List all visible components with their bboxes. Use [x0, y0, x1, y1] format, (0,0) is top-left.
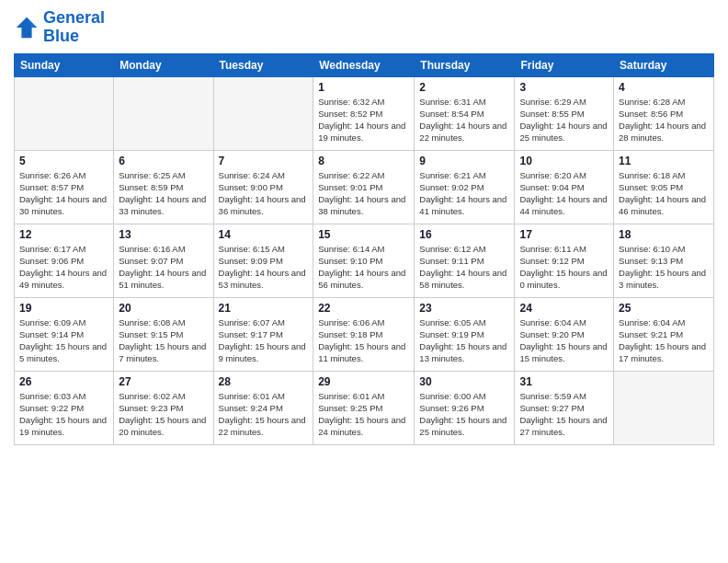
- day-number: 1: [318, 81, 409, 94]
- day-number: 5: [19, 155, 108, 167]
- day-info: Sunrise: 6:15 AM Sunset: 9:09 PM Dayligh…: [219, 243, 309, 292]
- day-info: Sunrise: 6:04 AM Sunset: 9:20 PM Dayligh…: [519, 316, 609, 365]
- weekday-header: Monday: [114, 53, 213, 76]
- day-number: 3: [519, 81, 609, 94]
- calendar-day-cell: 8Sunrise: 6:22 AM Sunset: 9:01 PM Daylig…: [313, 150, 415, 224]
- calendar-day-cell: 3Sunrise: 6:29 AM Sunset: 8:55 PM Daylig…: [515, 76, 614, 150]
- day-info: Sunrise: 6:03 AM Sunset: 9:22 PM Dayligh…: [19, 390, 108, 439]
- calendar-day-cell: 28Sunrise: 6:01 AM Sunset: 9:24 PM Dayli…: [213, 371, 313, 444]
- day-number: 22: [318, 302, 409, 315]
- day-info: Sunrise: 6:10 AM Sunset: 9:13 PM Dayligh…: [619, 243, 709, 292]
- calendar-day-cell: 29Sunrise: 6:01 AM Sunset: 9:25 PM Dayli…: [313, 371, 415, 444]
- calendar-day-cell: 9Sunrise: 6:21 AM Sunset: 9:02 PM Daylig…: [415, 150, 515, 224]
- calendar-week-row: 19Sunrise: 6:09 AM Sunset: 9:14 PM Dayli…: [15, 297, 714, 371]
- day-number: 23: [419, 302, 509, 315]
- logo-text: General Blue: [43, 9, 105, 46]
- calendar-day-cell: [15, 76, 114, 150]
- calendar-day-cell: 26Sunrise: 6:03 AM Sunset: 9:22 PM Dayli…: [15, 371, 114, 444]
- day-number: 24: [519, 302, 609, 315]
- calendar-day-cell: [213, 76, 313, 150]
- day-info: Sunrise: 6:01 AM Sunset: 9:25 PM Dayligh…: [318, 390, 409, 439]
- day-info: Sunrise: 6:28 AM Sunset: 8:56 PM Dayligh…: [619, 96, 709, 144]
- calendar-day-cell: 20Sunrise: 6:08 AM Sunset: 9:15 PM Dayli…: [114, 297, 213, 371]
- calendar-day-cell: 4Sunrise: 6:28 AM Sunset: 8:56 PM Daylig…: [614, 76, 714, 150]
- day-number: 27: [119, 375, 208, 388]
- day-number: 9: [419, 155, 509, 167]
- calendar-day-cell: 6Sunrise: 6:25 AM Sunset: 8:59 PM Daylig…: [114, 150, 213, 224]
- day-number: 26: [19, 375, 108, 388]
- day-info: Sunrise: 6:31 AM Sunset: 8:54 PM Dayligh…: [419, 96, 509, 144]
- day-info: Sunrise: 6:11 AM Sunset: 9:12 PM Dayligh…: [519, 243, 609, 292]
- calendar-week-row: 1Sunrise: 6:32 AM Sunset: 8:52 PM Daylig…: [15, 76, 714, 150]
- calendar-day-cell: 14Sunrise: 6:15 AM Sunset: 9:09 PM Dayli…: [213, 224, 313, 297]
- calendar-day-cell: 25Sunrise: 6:04 AM Sunset: 9:21 PM Dayli…: [614, 297, 714, 371]
- weekday-header: Wednesday: [313, 53, 415, 76]
- day-number: 19: [19, 302, 108, 315]
- weekday-header: Sunday: [15, 53, 114, 76]
- day-number: 20: [119, 302, 208, 315]
- day-number: 29: [318, 375, 409, 388]
- weekday-header: Friday: [515, 53, 614, 76]
- calendar-day-cell: 1Sunrise: 6:32 AM Sunset: 8:52 PM Daylig…: [313, 76, 415, 150]
- calendar-table: SundayMondayTuesdayWednesdayThursdayFrid…: [14, 53, 714, 445]
- day-number: 11: [619, 155, 709, 167]
- day-info: Sunrise: 6:20 AM Sunset: 9:04 PM Dayligh…: [519, 169, 609, 218]
- calendar-day-cell: 31Sunrise: 5:59 AM Sunset: 9:27 PM Dayli…: [515, 371, 614, 444]
- day-number: 7: [219, 155, 309, 167]
- calendar-day-cell: 22Sunrise: 6:06 AM Sunset: 9:18 PM Dayli…: [313, 297, 415, 371]
- day-number: 8: [318, 155, 409, 167]
- day-number: 31: [519, 375, 609, 388]
- day-number: 17: [519, 228, 609, 241]
- calendar-day-cell: 16Sunrise: 6:12 AM Sunset: 9:11 PM Dayli…: [415, 224, 515, 297]
- day-info: Sunrise: 6:06 AM Sunset: 9:18 PM Dayligh…: [318, 316, 409, 365]
- day-info: Sunrise: 6:00 AM Sunset: 9:26 PM Dayligh…: [419, 390, 509, 439]
- day-info: Sunrise: 6:17 AM Sunset: 9:06 PM Dayligh…: [19, 243, 108, 292]
- day-number: 6: [119, 155, 208, 167]
- calendar-day-cell: 27Sunrise: 6:02 AM Sunset: 9:23 PM Dayli…: [114, 371, 213, 444]
- day-info: Sunrise: 6:32 AM Sunset: 8:52 PM Dayligh…: [318, 96, 409, 144]
- day-info: Sunrise: 6:04 AM Sunset: 9:21 PM Dayligh…: [619, 316, 709, 365]
- day-info: Sunrise: 6:02 AM Sunset: 9:23 PM Dayligh…: [119, 390, 208, 439]
- calendar-day-cell: 7Sunrise: 6:24 AM Sunset: 9:00 PM Daylig…: [213, 150, 313, 224]
- day-number: 16: [419, 228, 509, 241]
- day-number: 18: [619, 228, 709, 241]
- day-number: 12: [19, 228, 108, 241]
- weekday-header: Saturday: [614, 53, 714, 76]
- weekday-header: Thursday: [415, 53, 515, 76]
- day-info: Sunrise: 6:26 AM Sunset: 8:57 PM Dayligh…: [19, 169, 108, 218]
- calendar-header-row: SundayMondayTuesdayWednesdayThursdayFrid…: [15, 53, 714, 76]
- calendar-day-cell: 23Sunrise: 6:05 AM Sunset: 9:19 PM Dayli…: [415, 297, 515, 371]
- day-number: 15: [318, 228, 409, 241]
- day-info: Sunrise: 6:01 AM Sunset: 9:24 PM Dayligh…: [219, 390, 309, 439]
- calendar-day-cell: [614, 371, 714, 444]
- day-number: 30: [419, 375, 509, 388]
- calendar-day-cell: 30Sunrise: 6:00 AM Sunset: 9:26 PM Dayli…: [415, 371, 515, 444]
- calendar-day-cell: 2Sunrise: 6:31 AM Sunset: 8:54 PM Daylig…: [415, 76, 515, 150]
- calendar-day-cell: 5Sunrise: 6:26 AM Sunset: 8:57 PM Daylig…: [15, 150, 114, 224]
- day-number: 21: [219, 302, 309, 315]
- calendar-day-cell: 17Sunrise: 6:11 AM Sunset: 9:12 PM Dayli…: [515, 224, 614, 297]
- day-number: 2: [419, 81, 509, 94]
- day-info: Sunrise: 6:05 AM Sunset: 9:19 PM Dayligh…: [419, 316, 509, 365]
- calendar-week-row: 12Sunrise: 6:17 AM Sunset: 9:06 PM Dayli…: [15, 224, 714, 297]
- logo-icon: [14, 15, 40, 40]
- calendar-day-cell: 13Sunrise: 6:16 AM Sunset: 9:07 PM Dayli…: [114, 224, 213, 297]
- day-info: Sunrise: 6:08 AM Sunset: 9:15 PM Dayligh…: [119, 316, 208, 365]
- calendar-day-cell: [114, 76, 213, 150]
- day-number: 25: [619, 302, 709, 315]
- calendar-day-cell: 10Sunrise: 6:20 AM Sunset: 9:04 PM Dayli…: [515, 150, 614, 224]
- day-info: Sunrise: 6:09 AM Sunset: 9:14 PM Dayligh…: [19, 316, 108, 365]
- day-info: Sunrise: 6:29 AM Sunset: 8:55 PM Dayligh…: [519, 96, 609, 144]
- day-info: Sunrise: 6:22 AM Sunset: 9:01 PM Dayligh…: [318, 169, 409, 218]
- day-info: Sunrise: 6:12 AM Sunset: 9:11 PM Dayligh…: [419, 243, 509, 292]
- calendar-day-cell: 12Sunrise: 6:17 AM Sunset: 9:06 PM Dayli…: [15, 224, 114, 297]
- day-info: Sunrise: 6:21 AM Sunset: 9:02 PM Dayligh…: [419, 169, 509, 218]
- weekday-header: Tuesday: [213, 53, 313, 76]
- calendar-day-cell: 21Sunrise: 6:07 AM Sunset: 9:17 PM Dayli…: [213, 297, 313, 371]
- day-info: Sunrise: 6:25 AM Sunset: 8:59 PM Dayligh…: [119, 169, 208, 218]
- day-info: Sunrise: 6:24 AM Sunset: 9:00 PM Dayligh…: [219, 169, 309, 218]
- calendar-day-cell: 18Sunrise: 6:10 AM Sunset: 9:13 PM Dayli…: [614, 224, 714, 297]
- page-header: General Blue: [14, 9, 714, 46]
- calendar-day-cell: 15Sunrise: 6:14 AM Sunset: 9:10 PM Dayli…: [313, 224, 415, 297]
- day-info: Sunrise: 6:16 AM Sunset: 9:07 PM Dayligh…: [119, 243, 208, 292]
